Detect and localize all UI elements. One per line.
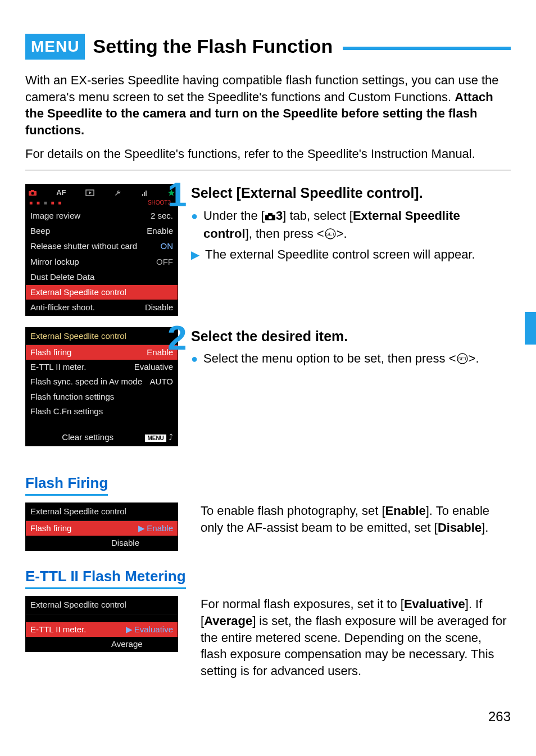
s1b1-f: >. (337, 227, 347, 241)
menu-return-icon: MENU ⤴ (145, 432, 173, 443)
lcd-ettl-opt2: Average (111, 639, 143, 650)
af-tab-icon: AF (56, 188, 66, 198)
wrench-tab-icon (113, 189, 121, 197)
lcd2-header: External Speedlite control (26, 328, 178, 345)
lcd2-row-funcsettings: Flash function settings (26, 390, 178, 404)
step1-bullet1: Under the [3] tab, select [External Spee… (203, 207, 511, 244)
lcd1-r4-label: Mirror lockup (30, 256, 79, 268)
bullet-dot-icon: ● (191, 207, 198, 224)
svg-rect-7 (146, 191, 147, 196)
s2b1-b: >. (469, 351, 479, 365)
page-title: Setting the Flash Function (93, 34, 333, 60)
lcd-ff-opt2: Disable (111, 537, 139, 549)
svg-point-11 (269, 216, 272, 219)
lcd2-row-cfn: Flash C.Fn settings (26, 404, 178, 419)
lcd1-r2-label: Beep (30, 225, 50, 237)
et-t4: Average (204, 614, 252, 628)
lcd-external-speedlite: External Speedlite control Flash firingE… (25, 327, 178, 447)
lcd2-r2-label: E-TTL II meter. (30, 361, 86, 373)
lcd-page-dots: ■ ■ ■ ■ ■ (29, 199, 62, 207)
lcd2-clear-label: Clear settings (30, 432, 145, 443)
title-line (343, 47, 511, 50)
ff-t2: Enable (385, 504, 426, 518)
s2b1-a: Select the menu option to be set, then p… (203, 351, 456, 365)
lcd-ff-opt1: Enable (147, 523, 173, 534)
triangle-icon: ▶ (138, 523, 145, 534)
flash-firing-section: External Speedlite control Flash firing … (25, 503, 511, 551)
lcd1-r3-value: ON (161, 241, 174, 252)
lcd2-menu-badge: MENU (145, 434, 166, 442)
step1-title: Select [External Speedlite control]. (191, 184, 511, 203)
lcd2-r2-value: Evaluative (134, 361, 173, 373)
lcd1-row-image-review: Image review2 sec. (26, 208, 178, 223)
svg-marker-4 (89, 191, 92, 194)
svg-rect-10 (268, 213, 272, 215)
svg-rect-6 (144, 192, 145, 196)
lcd1-r2-value: Enable (147, 225, 173, 237)
flash-firing-text: To enable flash photography, set [Enable… (201, 503, 511, 536)
step-2: External Speedlite control Flash firingE… (25, 327, 511, 447)
lcd2-r3-value: AUTO (150, 376, 173, 387)
lcd2-r3-label: Flash sync. speed in Av mode (30, 376, 142, 387)
lcd1-row-dust: Dust Delete Data (26, 269, 178, 284)
step1-bullets: ● Under the [3] tab, select [External Sp… (191, 207, 511, 263)
lcd-ff-label: Flash firing (30, 523, 71, 534)
lcd1-r6-label: External Speedlite control (30, 287, 126, 298)
lcd2-row-sync: Flash sync. speed in Av modeAUTO (26, 374, 178, 389)
flash-firing-heading: Flash Firing (25, 473, 108, 496)
ettl-text: For normal flash exposures, set it to [E… (201, 596, 511, 679)
lcd-ettl-opt2-row: Average (26, 637, 178, 651)
lcd-shoot3: AF ■ ■ ■ ■ ■ SHOOT3 Image review2 sec. (25, 184, 178, 315)
lcd2-r1-label: Flash firing (30, 347, 71, 358)
lcd-tabs: AF (26, 184, 178, 199)
intro-text-1: With an EX-series Speedlite having compa… (25, 73, 499, 104)
custom-tab-icon (140, 189, 148, 197)
lcd-ff-opt2-row: Disable (26, 536, 178, 550)
lcd1-row-release: Release shutter without cardON (26, 238, 178, 253)
lcd1-row-external-speedlite: External Speedlite control (26, 284, 178, 300)
step-number-1: 1 (167, 177, 187, 212)
svg-point-2 (31, 192, 34, 194)
lcd1-r7-value: Disable (145, 302, 173, 313)
lcd2-row-clear: Clear settings MENU ⤴ (26, 429, 178, 446)
svg-text:SET: SET (458, 356, 467, 361)
lcd-flash-firing: External Speedlite control Flash firing … (25, 503, 178, 551)
lcd-ff-header: External Speedlite control (26, 503, 178, 520)
svg-rect-5 (142, 194, 143, 196)
lcd-ff-row: Flash firing ▶Enable (26, 521, 178, 536)
intro-paragraph-2: For details on the Speedlite's functions… (25, 146, 511, 162)
lcd2-r4-label: Flash function settings (30, 391, 114, 402)
lcd2-row-flashfiring: Flash firingEnable (26, 345, 178, 360)
et-t2: Evaluative (404, 597, 465, 611)
step2-bullet1: Select the menu option to be set, then p… (203, 350, 511, 369)
lcd-ettl-label: E-TTL II meter. (30, 624, 86, 635)
lcd2-r5-label: Flash C.Fn settings (30, 406, 103, 417)
menu-badge: MENU (25, 34, 85, 60)
side-tab (525, 312, 536, 345)
lcd1-r4-value: OFF (156, 256, 173, 268)
triangle-icon: ▶ (126, 624, 133, 635)
set-icon: SET (324, 228, 337, 245)
lcd1-r5-label: Dust Delete Data (30, 271, 94, 283)
play-tab-icon (85, 189, 94, 196)
ff-t4: Disable (438, 520, 482, 535)
step1-bullet2: The external Speedlite control screen wi… (205, 246, 511, 263)
lcd1-row-antiflicker: Anti-flicker shoot.Disable (26, 300, 178, 315)
s1b1-e: ], then press < (246, 227, 324, 241)
set-icon: SET (456, 352, 469, 369)
step-1: AF ■ ■ ■ ■ ■ SHOOT3 Image review2 sec. (25, 184, 511, 315)
svg-rect-1 (31, 190, 34, 192)
lcd1-r3-label: Release shutter without card (30, 241, 137, 252)
lcd1-row-beep: BeepEnable (26, 223, 178, 238)
camera-tab-icon (28, 189, 37, 196)
lcd1-r1-label: Image review (30, 210, 80, 221)
lcd-ettl: External Speedlite control E-TTL II mete… (25, 596, 178, 652)
step2-bullets: ● Select the menu option to be set, then… (191, 350, 511, 369)
bullet-arrow-icon: ▶ (191, 246, 199, 263)
lcd1-row-mirror: Mirror lockupOFF (26, 254, 178, 269)
lcd-ettl-header: External Speedlite control (26, 596, 178, 614)
page-title-row: MENU Setting the Flash Function (25, 34, 511, 60)
et-t1: For normal flash exposures, set it to [ (201, 597, 404, 611)
page-number: 263 (25, 708, 511, 726)
bullet-dot-icon: ● (191, 350, 198, 367)
